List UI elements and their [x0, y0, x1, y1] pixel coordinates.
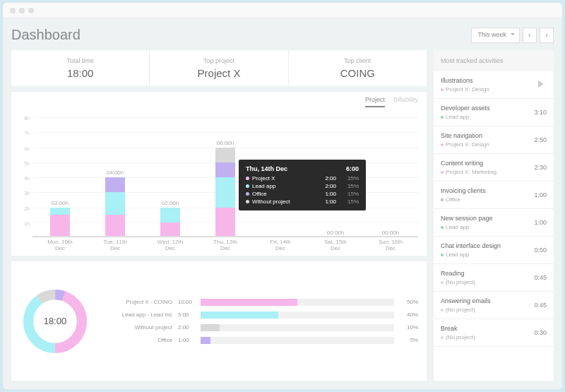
breakdown-pct: 10% [400, 324, 418, 331]
bar-chart: 1h2h3h4h5h6h7h8h 02:00h04:00h02:00h06:00… [20, 117, 418, 251]
play-icon[interactable] [538, 81, 547, 89]
activity-item[interactable]: Reading(No project)0:45 [434, 264, 554, 292]
breakdown-fill [201, 299, 297, 306]
legend-dot [246, 192, 249, 196]
tooltip-row: Without project1:0015% [246, 198, 359, 205]
tooltip-row: Project X2:0035% [246, 175, 359, 182]
bar-segment [215, 148, 235, 162]
activity-name: Illustrations [441, 77, 489, 84]
breakdown-name: Lead app - Lead Inc [102, 311, 172, 318]
activity-time: 2:30 [534, 164, 547, 171]
activity-item[interactable]: Site navigationProject X: Design2:50 [434, 126, 554, 154]
stat-value: Project X [157, 67, 280, 79]
x-axis-label: Thu, 13th Dec [210, 239, 240, 251]
project-dot [441, 281, 444, 284]
tab-billability[interactable]: Billability [393, 96, 418, 107]
window-dot [19, 8, 25, 13]
x-axis-label: Mon, 10th Dec [45, 239, 75, 251]
breakdown-bar [201, 299, 394, 306]
activity-item[interactable]: Developer assetsLead app3:10 [434, 99, 554, 126]
bar-segment [105, 177, 125, 192]
bar-value-label: 04:00h [105, 170, 125, 176]
activity-item[interactable]: Answering emails(No project)0:45 [434, 292, 554, 319]
activity-item[interactable]: Content writingProject X: Marketing2:30 [434, 154, 554, 182]
tab-project[interactable]: Project [365, 96, 385, 107]
stat-card: Top clientCOING [289, 50, 427, 86]
prev-period-button[interactable]: ‹ [523, 28, 537, 43]
next-period-button[interactable]: › [540, 28, 554, 43]
breakdown-fill [201, 337, 210, 344]
donut-chart: 18:00 [20, 286, 90, 357]
period-selector[interactable]: This week [471, 28, 520, 43]
activity-name: Reading [441, 270, 475, 277]
breakdown-bar [201, 311, 394, 319]
activity-time: 2:50 [534, 136, 547, 143]
y-tick-label: 3h [20, 191, 30, 196]
activity-item[interactable]: Invoicing clientsOffice1:00 [434, 182, 554, 209]
bar-column[interactable]: 06:00h [210, 117, 240, 237]
stats-row: Total time18:00Top projectProject XTop c… [11, 50, 427, 86]
bar-column[interactable]: 00:00h [376, 117, 405, 237]
activity-item[interactable]: Chat interface designLead app0:50 [434, 237, 554, 264]
activity-time: 3:10 [534, 109, 547, 116]
x-axis-label: Wed, 12th Dec [155, 239, 185, 251]
x-axis-label: Fri, 14th Dec [266, 239, 295, 251]
stat-label: Top client [296, 57, 420, 64]
project-dot [441, 171, 444, 174]
activity-project: (No project) [441, 279, 475, 285]
bar-segment [160, 222, 180, 237]
chart-baseline [32, 236, 418, 237]
activity-item[interactable]: Break(No project)0:30 [434, 319, 554, 347]
activity-project: Lead app [441, 114, 490, 120]
chart-tabs: ProjectBillability [365, 96, 418, 107]
project-dot [441, 226, 444, 229]
x-axis-label: Sun, 16th Dec [376, 239, 405, 251]
bar-column[interactable]: 02:00h [45, 117, 75, 237]
bar-stack: 00:00h [381, 117, 400, 237]
bar-segment [215, 162, 235, 177]
bar-segment [105, 215, 125, 237]
legend-dot [246, 200, 249, 203]
breakdown-list: Project X - COING10:0050%Lead app - Lead… [102, 299, 418, 344]
project-dot [441, 336, 444, 339]
activity-name: Break [441, 325, 475, 332]
activities-list: IllustrationsProject X: DesignDeveloper … [434, 71, 554, 347]
activity-item[interactable]: New session pageLead app1:00 [434, 209, 554, 237]
main: Total time18:00Top projectProject XTop c… [11, 50, 554, 381]
stat-value: COING [296, 67, 420, 79]
bar-segment [215, 208, 235, 238]
y-tick-label: 6h [20, 145, 30, 150]
bar-chart-card: ProjectBillability 1h2h3h4h5h6h7h8h 02:0… [11, 92, 427, 256]
activity-time: 0:45 [534, 274, 547, 281]
activity-name: Content writing [441, 160, 496, 167]
activity-project: Lead app [441, 224, 493, 230]
breakdown-bar [201, 324, 394, 331]
activity-name: New session page [441, 215, 493, 222]
project-dot [441, 143, 444, 146]
activity-project: Project X: Design [441, 141, 489, 148]
activity-name: Invoicing clients [441, 187, 486, 194]
stat-card: Top projectProject X [150, 50, 288, 86]
breakdown-pct: 5% [400, 337, 418, 343]
tooltip-row: Office1:0015% [246, 191, 359, 197]
activity-time: 0:50 [534, 247, 547, 254]
breakdown-bar [201, 337, 394, 344]
activity-project: (No project) [441, 307, 491, 313]
breakdown-pct: 40% [400, 311, 418, 318]
y-tick-label: 5h [20, 160, 30, 165]
activity-project: Office [441, 196, 486, 203]
breakdown-name: Project X - COING [102, 299, 172, 305]
period-controls: This week ‹ › [471, 28, 554, 43]
activity-item[interactable]: IllustrationsProject X: Design [434, 71, 554, 99]
activity-name: Chat interface design [441, 242, 501, 249]
bar-value-label: 06:00h [215, 140, 235, 146]
tooltip-row: Lead app2:0035% [246, 183, 359, 189]
breakdown-pct: 50% [400, 299, 418, 305]
bar-column[interactable]: 02:00h [155, 117, 185, 237]
y-tick-label: 4h [20, 176, 30, 181]
app-window: Dashboard This week ‹ › Total time18:00T… [3, 3, 562, 389]
bar-column[interactable]: 04:00h [100, 117, 130, 237]
chart-x-labels: Mon, 10th DecTue, 11th DecWed, 12th DecT… [32, 239, 418, 251]
bar-stack: 04:00h [105, 117, 125, 237]
breakdown-row: Office1:005% [102, 337, 418, 344]
